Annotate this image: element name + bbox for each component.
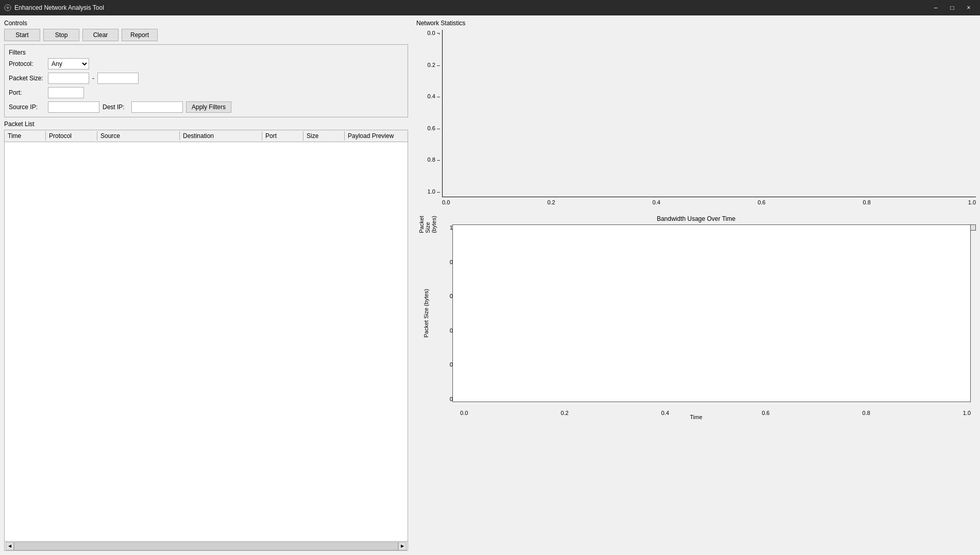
minimize-button[interactable]: – bbox=[928, 3, 943, 13]
col-header-source: Source bbox=[97, 131, 180, 141]
window-title: Enhanced Network Analysis Tool bbox=[14, 4, 104, 11]
right-panel: Network Statistics 1.0 – 0.8 – 0.6 – 0.4… bbox=[412, 15, 980, 555]
controls-section: Controls Start Stop Clear Report bbox=[4, 20, 408, 41]
packet-size-label: Packet Size: bbox=[9, 75, 45, 82]
source-ip-label: Source IP: bbox=[9, 103, 45, 111]
bandwidth-chart: Packet Size (bytes) 0.0 0.2 0.4 0.6 0.8 … bbox=[416, 224, 976, 420]
scroll-right-arrow[interactable]: ▶ bbox=[398, 542, 407, 550]
start-button[interactable]: Start bbox=[4, 29, 40, 41]
scatter-x-0.8: 0.8 bbox=[863, 199, 871, 205]
protocol-select[interactable]: Any TCP UDP ICMP HTTP bbox=[48, 58, 89, 70]
port-input[interactable] bbox=[48, 87, 84, 98]
packet-list-header: Time Protocol Source Destination Port Si… bbox=[5, 130, 408, 142]
horizontal-scrollbar[interactable]: ◀ ▶ bbox=[5, 541, 408, 550]
scatter-plot-area bbox=[442, 30, 976, 197]
packet-list-label: Packet List bbox=[4, 120, 408, 128]
scatter-y-axis: 1.0 – 0.8 – 0.6 – 0.4 – 0.2 – 0.0 ¬ bbox=[416, 30, 442, 195]
bandwidth-x-label: Time bbox=[416, 414, 976, 420]
packet-size-row: Packet Size: - bbox=[9, 73, 403, 84]
col-header-protocol: Protocol bbox=[46, 131, 97, 141]
scroll-track[interactable] bbox=[14, 542, 398, 550]
col-header-time: Time bbox=[5, 131, 46, 141]
scatter-x-0.0: 0.0 bbox=[442, 199, 450, 205]
ip-row: Source IP: Dest IP: Apply Filters bbox=[9, 101, 403, 113]
packet-size-dash: - bbox=[92, 75, 94, 82]
stop-button[interactable]: Stop bbox=[43, 29, 79, 41]
controls-label: Controls bbox=[4, 20, 408, 27]
title-bar: Enhanced Network Analysis Tool – □ × bbox=[0, 0, 980, 15]
bandwidth-title: Bandwidth Usage Over Time bbox=[416, 215, 976, 222]
scroll-left-arrow[interactable]: ◀ bbox=[6, 542, 14, 550]
packet-size-max-input[interactable] bbox=[97, 73, 139, 84]
dest-ip-input[interactable] bbox=[131, 101, 183, 113]
packet-size-min-input[interactable] bbox=[48, 73, 89, 84]
col-header-destination: Destination bbox=[180, 131, 262, 141]
scatter-x-0.4: 0.4 bbox=[652, 199, 660, 205]
filters-label: Filters bbox=[9, 49, 403, 56]
packet-list-wrapper: Packet List Time Protocol Source Destina… bbox=[4, 120, 408, 551]
packet-list-section: Time Protocol Source Destination Port Si… bbox=[4, 130, 408, 551]
clear-button[interactable]: Clear bbox=[82, 29, 119, 41]
col-header-size: Size bbox=[303, 131, 345, 141]
filters-section: Filters Protocol: Any TCP UDP ICMP HTTP … bbox=[4, 44, 408, 117]
maximize-button[interactable]: □ bbox=[945, 3, 959, 13]
port-label: Port: bbox=[9, 89, 45, 96]
bandwidth-y-label-text: Packet Size (bytes) bbox=[423, 289, 429, 338]
scatter-chart: 1.0 – 0.8 – 0.6 – 0.4 – 0.2 – 0.0 ¬ 0.0 … bbox=[416, 30, 976, 210]
scatter-y-0.2: 0.2 – bbox=[428, 62, 440, 68]
network-stats-title: Network Statistics bbox=[416, 20, 976, 27]
main-content: Controls Start Stop Clear Report Filters… bbox=[0, 15, 980, 555]
bandwidth-plot-area bbox=[452, 224, 971, 402]
apply-filters-button[interactable]: Apply Filters bbox=[186, 101, 231, 113]
protocol-label: Protocol: bbox=[9, 60, 45, 67]
col-header-port: Port bbox=[262, 131, 303, 141]
close-button[interactable]: × bbox=[961, 3, 976, 13]
dest-ip-label: Dest IP: bbox=[103, 103, 128, 111]
scatter-x-0.6: 0.6 bbox=[757, 199, 765, 205]
report-button[interactable]: Report bbox=[122, 29, 158, 41]
scatter-y-1.0: 1.0 – bbox=[428, 188, 440, 195]
controls-buttons: Start Stop Clear Report bbox=[4, 29, 408, 41]
app-icon bbox=[4, 4, 11, 11]
window-controls: – □ × bbox=[928, 3, 976, 13]
col-header-payload: Payload Preview bbox=[345, 131, 408, 141]
scatter-x-0.2: 0.2 bbox=[547, 199, 555, 205]
scatter-y-0.0: 0.0 ¬ bbox=[427, 30, 440, 36]
scatter-y-0.8: 0.8 – bbox=[428, 157, 440, 163]
source-ip-input[interactable] bbox=[48, 101, 99, 113]
title-bar-left: Enhanced Network Analysis Tool bbox=[4, 4, 104, 11]
bandwidth-chart-wrapper: Bandwidth Usage Over Time Packet Size (b… bbox=[416, 215, 976, 420]
scatter-y-0.4: 0.4 – bbox=[428, 93, 440, 99]
scatter-x-axis: 0.0 0.2 0.4 0.6 0.8 1.0 bbox=[442, 197, 976, 210]
protocol-row: Protocol: Any TCP UDP ICMP HTTP bbox=[9, 58, 403, 70]
port-row: Port: bbox=[9, 87, 403, 98]
scatter-x-1.0: 1.0 bbox=[968, 199, 976, 205]
left-panel: Controls Start Stop Clear Report Filters… bbox=[0, 15, 412, 555]
bw-y-label-container: Packet Size (bytes) bbox=[418, 224, 434, 402]
packet-list-body[interactable] bbox=[5, 142, 408, 541]
scatter-y-0.6: 0.6 – bbox=[428, 125, 440, 131]
